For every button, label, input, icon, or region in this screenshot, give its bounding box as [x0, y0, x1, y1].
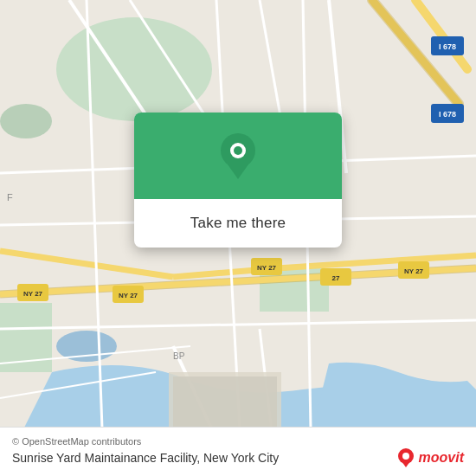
svg-text:F: F [7, 192, 13, 203]
bottom-bar: © OpenStreetMap contributors Sunrise Yar… [0, 427, 476, 476]
svg-text:I 678: I 678 [439, 42, 456, 51]
location-title-row: Sunrise Yard Maintainance Facility, New … [12, 448, 464, 467]
svg-point-51 [402, 453, 409, 460]
svg-marker-52 [402, 461, 410, 467]
location-name: Sunrise Yard Maintainance Facility, New … [12, 451, 279, 465]
attribution-text: © OpenStreetMap contributors [12, 436, 141, 447]
svg-marker-48 [228, 164, 248, 179]
map-container: I 678 I 678 NY 27 NY 27 NY 27 27 NY 27 B… [0, 0, 476, 476]
svg-text:NY 27: NY 27 [257, 264, 277, 272]
attribution: © OpenStreetMap contributors [12, 436, 464, 447]
moovit-pin-icon [396, 448, 415, 467]
moovit-label: moovit [419, 450, 464, 466]
location-pin-icon [216, 132, 260, 183]
svg-point-49 [234, 146, 242, 155]
svg-text:BP: BP [173, 351, 185, 361]
take-me-there-button[interactable]: Take me there [190, 211, 286, 235]
svg-text:NY 27: NY 27 [23, 290, 43, 298]
popup-card: Take me there [134, 113, 342, 248]
svg-text:NY 27: NY 27 [404, 267, 424, 275]
moovit-logo: moovit [396, 448, 464, 467]
popup-header [134, 113, 342, 199]
svg-text:NY 27: NY 27 [119, 292, 138, 299]
svg-point-1 [56, 17, 212, 121]
svg-point-2 [0, 104, 52, 138]
popup-button-row: Take me there [134, 199, 342, 248]
svg-text:27: 27 [332, 274, 340, 282]
svg-text:I 678: I 678 [439, 110, 456, 119]
